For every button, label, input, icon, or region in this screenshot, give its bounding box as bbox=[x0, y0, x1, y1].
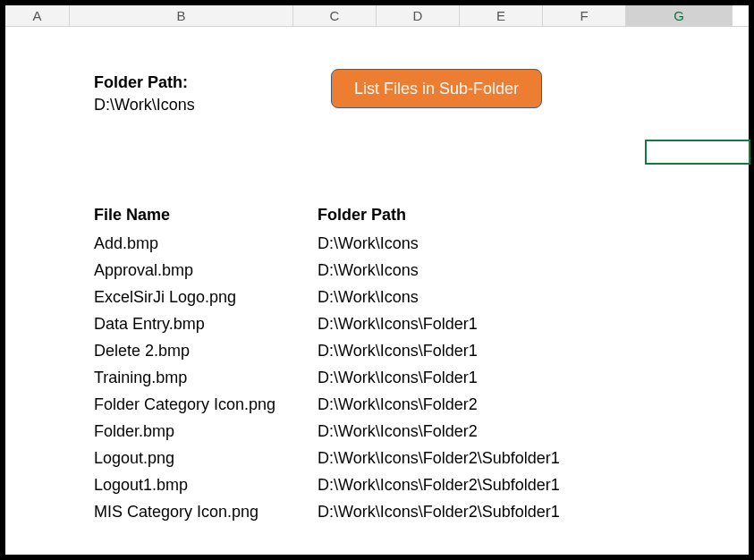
sheet-body[interactable]: Folder Path: D:\Work\Icons List Files in… bbox=[5, 27, 749, 555]
column-header-F[interactable]: F bbox=[543, 5, 626, 26]
cell-folderpath: D:\Work\Icons bbox=[318, 261, 419, 280]
table-row: Add.bmpD:\Work\Icons bbox=[94, 230, 560, 257]
column-header-E[interactable]: E bbox=[460, 5, 543, 26]
column-header-C[interactable]: C bbox=[293, 5, 377, 26]
table-row: Training.bmpD:\Work\Icons\Folder1 bbox=[94, 364, 560, 391]
cell-filename: Approval.bmp bbox=[94, 261, 318, 280]
folder-path-value: D:\Work\Icons bbox=[94, 96, 195, 115]
cell-folderpath: D:\Work\Icons bbox=[318, 288, 419, 307]
folder-path-label: Folder Path: bbox=[94, 73, 188, 92]
cell-folderpath: D:\Work\Icons bbox=[318, 234, 419, 253]
cell-filename: Folder Category Icon.png bbox=[94, 395, 318, 414]
spreadsheet-workbook: A B C D E F G Folder Path: D:\Work\Icons… bbox=[5, 5, 749, 555]
selected-cell[interactable] bbox=[645, 140, 750, 165]
cell-folderpath: D:\Work\Icons\Folder2\Subfolder1 bbox=[318, 449, 560, 468]
table-row: Data Entry.bmpD:\Work\Icons\Folder1 bbox=[94, 310, 560, 337]
table-row: Folder Category Icon.pngD:\Work\Icons\Fo… bbox=[94, 391, 560, 418]
cell-filename: Data Entry.bmp bbox=[94, 315, 318, 334]
cell-folderpath: D:\Work\Icons\Folder2\Subfolder1 bbox=[318, 476, 560, 495]
table-row: Delete 2.bmpD:\Work\Icons\Folder1 bbox=[94, 337, 560, 364]
cell-folderpath: D:\Work\Icons\Folder1 bbox=[318, 315, 478, 334]
column-header-G[interactable]: G bbox=[626, 5, 733, 26]
list-files-button[interactable]: List Files in Sub-Folder bbox=[331, 69, 542, 108]
cell-filename: Logout1.bmp bbox=[94, 476, 318, 495]
cell-folderpath: D:\Work\Icons\Folder1 bbox=[318, 342, 478, 361]
table-body: Add.bmpD:\Work\IconsApproval.bmpD:\Work\… bbox=[94, 230, 560, 525]
cell-filename: Add.bmp bbox=[94, 234, 318, 253]
cell-filename: Training.bmp bbox=[94, 369, 318, 387]
table-row: Folder.bmpD:\Work\Icons\Folder2 bbox=[94, 418, 560, 445]
table-header-filename: File Name bbox=[94, 206, 170, 225]
cell-folderpath: D:\Work\Icons\Folder1 bbox=[318, 369, 478, 387]
table-row: Approval.bmpD:\Work\Icons bbox=[94, 257, 560, 284]
column-headers: A B C D E F G bbox=[5, 5, 749, 27]
table-row: MIS Category Icon.pngD:\Work\Icons\Folde… bbox=[94, 498, 560, 525]
cell-filename: MIS Category Icon.png bbox=[94, 503, 318, 522]
cell-folderpath: D:\Work\Icons\Folder2 bbox=[318, 395, 478, 414]
column-header-D[interactable]: D bbox=[377, 5, 460, 26]
column-header-A[interactable]: A bbox=[5, 5, 70, 26]
table-row: Logout1.bmpD:\Work\Icons\Folder2\Subfold… bbox=[94, 471, 560, 498]
cell-folderpath: D:\Work\Icons\Folder2 bbox=[318, 422, 478, 441]
cell-folderpath: D:\Work\Icons\Folder2\Subfolder1 bbox=[318, 503, 560, 522]
cell-filename: ExcelSirJi Logo.png bbox=[94, 288, 318, 307]
table-header-folderpath: Folder Path bbox=[318, 206, 406, 225]
cell-filename: Delete 2.bmp bbox=[94, 342, 318, 361]
cell-filename: Logout.png bbox=[94, 449, 318, 468]
table-row: ExcelSirJi Logo.pngD:\Work\Icons bbox=[94, 284, 560, 310]
table-row: Logout.pngD:\Work\Icons\Folder2\Subfolde… bbox=[94, 445, 560, 471]
cell-filename: Folder.bmp bbox=[94, 422, 318, 441]
column-header-B[interactable]: B bbox=[70, 5, 293, 26]
